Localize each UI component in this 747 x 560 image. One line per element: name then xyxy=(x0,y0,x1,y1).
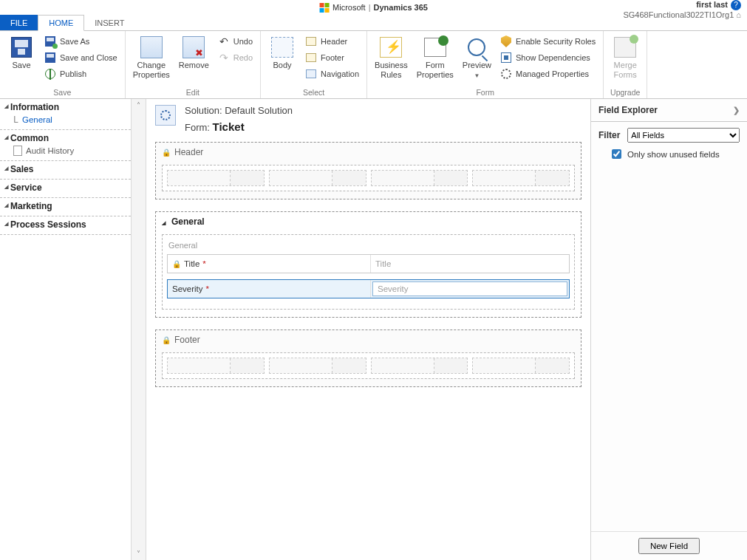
save-close-button[interactable]: Save and Close xyxy=(41,50,120,65)
header-slot[interactable] xyxy=(371,170,468,186)
change-properties-icon xyxy=(140,36,163,58)
preview-icon xyxy=(468,38,485,56)
document-icon xyxy=(13,146,22,156)
business-rules-button[interactable]: BusinessRules xyxy=(372,34,411,81)
merge-forms-button[interactable]: MergeForms xyxy=(608,34,642,81)
form-canvas: Solution: Default Solution Form: Ticket … xyxy=(146,99,590,560)
brand-bar: Microsoft | Dynamics 365 first last? SG4… xyxy=(0,0,747,15)
body-button[interactable]: Body xyxy=(265,34,299,72)
new-field-button[interactable]: New Field xyxy=(638,538,700,554)
home-icon[interactable]: ⌂ xyxy=(736,10,741,19)
org-name: SG468Functional3022TI1Org1 xyxy=(623,10,734,19)
navigation-button[interactable]: Navigation xyxy=(302,66,362,81)
form-properties-button[interactable]: FormProperties xyxy=(414,34,457,81)
undo-button[interactable]: ↶Undo xyxy=(215,34,256,49)
brand-product: Dynamics 365 xyxy=(374,3,428,12)
remove-button[interactable]: Remove xyxy=(176,34,212,72)
navigation-icon xyxy=(306,69,316,78)
publish-button[interactable]: Publish xyxy=(41,66,120,81)
help-icon[interactable]: ? xyxy=(731,0,741,10)
header-icon xyxy=(306,37,316,46)
group-form-label: Form xyxy=(372,87,598,98)
shield-icon xyxy=(501,35,511,47)
group-select-label: Select xyxy=(265,87,362,98)
ribbon: Save Save As Save and Close Publish Save… xyxy=(0,31,747,99)
header-slot[interactable] xyxy=(167,170,265,186)
header-slot[interactable] xyxy=(269,170,366,186)
save-button[interactable]: Save xyxy=(4,34,38,72)
redo-button[interactable]: ↷Redo xyxy=(215,50,256,65)
change-properties-button[interactable]: ChangeProperties xyxy=(130,34,173,81)
form-entity-icon xyxy=(155,105,176,126)
body-icon xyxy=(271,37,293,58)
publish-icon xyxy=(45,69,55,79)
footer-slot[interactable] xyxy=(472,358,570,374)
filter-select[interactable]: All Fields xyxy=(627,128,740,143)
preview-button[interactable]: Preview▼ xyxy=(460,34,494,82)
tab-home[interactable]: HOME xyxy=(38,15,84,31)
user-name: first last xyxy=(696,0,728,9)
microsoft-logo-icon xyxy=(319,2,330,13)
brand-company: Microsoft xyxy=(332,3,366,12)
group-edit-label: Edit xyxy=(130,87,256,98)
tab-insert[interactable]: INSERT xyxy=(84,15,134,30)
field-title-placeholder: Title xyxy=(371,255,569,273)
footer-button[interactable]: Footer xyxy=(302,50,362,65)
unused-label: Only show unused fields xyxy=(627,150,720,159)
header-slot[interactable] xyxy=(472,170,570,186)
section-general[interactable]: General General 🔒Title * Title Severity … xyxy=(155,211,581,318)
field-severity[interactable]: Severity * Severity xyxy=(167,279,570,298)
scroll-up-icon[interactable]: ˄ xyxy=(137,99,140,112)
footer-icon xyxy=(306,53,316,62)
footer-slot[interactable] xyxy=(371,358,468,374)
left-nav: Information LGeneral Common Audit Histor… xyxy=(0,99,132,560)
enable-security-roles-button[interactable]: Enable Security Roles xyxy=(497,34,598,49)
nav-information[interactable]: Information xyxy=(4,102,126,112)
redo-icon: ↷ xyxy=(218,52,230,64)
dependencies-icon xyxy=(501,52,511,63)
nav-general[interactable]: LGeneral xyxy=(4,112,126,125)
field-explorer: Field Explorer ❯ Filter All Fields Only … xyxy=(590,99,747,560)
managed-properties-button[interactable]: Managed Properties xyxy=(497,66,598,81)
filter-label: Filter xyxy=(598,130,620,140)
group-save-label: Save xyxy=(4,87,120,98)
gear-icon xyxy=(501,69,511,79)
explorer-title: Field Explorer xyxy=(598,105,658,115)
solution-line: Solution: Default Solution xyxy=(185,105,293,116)
save-as-icon xyxy=(45,36,55,47)
form-properties-icon xyxy=(424,38,446,57)
nav-service[interactable]: Service xyxy=(4,182,126,193)
nav-audit-history[interactable]: Audit History xyxy=(4,143,126,156)
scroll-down-icon[interactable]: ˅ xyxy=(137,547,140,560)
chevron-down-icon: ▼ xyxy=(474,72,480,79)
field-title[interactable]: 🔒Title * Title xyxy=(167,254,570,273)
show-dependencies-button[interactable]: Show Dependencies xyxy=(497,50,598,65)
nav-sales[interactable]: Sales xyxy=(4,164,126,174)
nav-process-sessions[interactable]: Process Sessions xyxy=(4,219,126,230)
lock-icon: 🔒 xyxy=(162,336,171,344)
group-upgrade-label: Upgrade xyxy=(608,87,642,98)
nav-common[interactable]: Common xyxy=(4,133,126,143)
tab-file[interactable]: FILE xyxy=(0,15,38,30)
footer-slot[interactable] xyxy=(269,358,366,374)
save-as-button[interactable]: Save As xyxy=(41,34,120,49)
section-header[interactable]: 🔒Header xyxy=(155,142,581,199)
nav-marketing[interactable]: Marketing xyxy=(4,201,126,211)
save-close-icon xyxy=(45,52,55,63)
form-line: Form: Ticket xyxy=(185,120,293,133)
remove-icon xyxy=(183,36,205,58)
merge-forms-icon xyxy=(614,37,636,58)
business-rules-icon xyxy=(380,37,402,58)
subsection-label: General xyxy=(167,239,570,254)
save-icon xyxy=(11,37,32,58)
chevron-right-icon[interactable]: ❯ xyxy=(733,106,740,115)
undo-icon: ↶ xyxy=(218,35,230,47)
header-button[interactable]: Header xyxy=(302,34,362,49)
field-severity-placeholder: Severity xyxy=(372,281,567,296)
lock-icon: 🔒 xyxy=(162,148,171,157)
lock-icon: 🔒 xyxy=(172,260,181,268)
section-footer[interactable]: 🔒Footer xyxy=(155,329,581,387)
footer-slot[interactable] xyxy=(167,358,265,374)
unused-checkbox[interactable] xyxy=(612,149,621,159)
nav-scrollbar[interactable]: ˄ ˅ xyxy=(132,99,146,560)
